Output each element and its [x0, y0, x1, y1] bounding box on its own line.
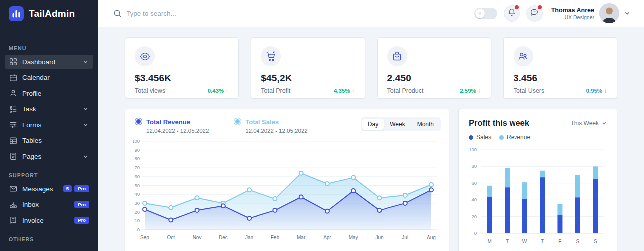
- svg-text:0: 0: [137, 227, 140, 232]
- stat-value: 3.456: [514, 73, 607, 84]
- pro-badge: Pro: [74, 201, 89, 208]
- svg-text:40: 40: [134, 191, 140, 197]
- sidebar: TailAdmin MENU Dashboard Calendar Profil…: [0, 0, 98, 251]
- pro-badge: Pro: [74, 217, 89, 224]
- legend-sales: Sales: [469, 134, 491, 141]
- sidebar-item-pages[interactable]: Pages: [5, 149, 93, 163]
- svg-text:Jun: Jun: [375, 235, 383, 240]
- legend-revenue: Revenue: [499, 134, 530, 141]
- period-value: This Week: [571, 120, 599, 127]
- radio-icon: [234, 118, 241, 125]
- app-title: TailAdmin: [29, 8, 75, 19]
- range-week-button[interactable]: Week: [385, 119, 410, 130]
- pro-badge: Pro: [74, 185, 89, 193]
- svg-text:0: 0: [474, 230, 477, 236]
- dashboard-icon: [9, 58, 17, 66]
- svg-text:Mar: Mar: [297, 235, 306, 240]
- users-icon: [514, 46, 533, 66]
- legend-date-range: 12.04.2022 - 12.05.2022: [146, 128, 209, 134]
- menu-group-label: MENU: [0, 45, 98, 51]
- sidebar-item-task[interactable]: Task: [5, 102, 93, 116]
- svg-text:S: S: [594, 239, 597, 244]
- sidebar-item-label: Invoice: [22, 217, 44, 224]
- sidebar-item-messages[interactable]: Messages 5 Pro: [5, 182, 93, 196]
- search-bar: [113, 9, 286, 18]
- task-icon: [9, 105, 17, 113]
- svg-text:90: 90: [134, 147, 140, 153]
- sidebar-item-profile[interactable]: Profile: [5, 86, 93, 100]
- svg-text:T: T: [541, 239, 544, 244]
- dark-mode-toggle[interactable]: [474, 8, 497, 19]
- legend-total-revenue[interactable]: Total Revenue 12.04.2022 - 12.05.2022: [133, 117, 209, 134]
- chevron-down-icon: [602, 121, 607, 126]
- sidebar-item-calendar[interactable]: Calendar: [5, 71, 93, 85]
- svg-text:50: 50: [134, 183, 140, 188]
- app-logo[interactable]: TailAdmin: [0, 0, 98, 21]
- sidebar-item-label: Calendar: [22, 74, 50, 81]
- sidebar-item-forms[interactable]: Forms: [5, 118, 93, 132]
- legend-date-range: 12.04.2022 - 12.05.2022: [245, 128, 307, 134]
- messages-icon: [9, 185, 17, 193]
- support-nav: Messages 5 Pro Inbox Pro Invoice Pro: [0, 182, 98, 227]
- svg-text:20: 20: [134, 209, 140, 215]
- radio-icon: [135, 118, 142, 125]
- range-month-button[interactable]: Month: [412, 119, 439, 130]
- dashboard-content: $3.456K Total views 0.43% ↑ $45,2K Total…: [125, 37, 617, 251]
- stat-delta: 0.95% ↓: [586, 88, 607, 94]
- sidebar-item-label: Task: [22, 105, 36, 113]
- calendar-icon: [9, 74, 17, 82]
- chevron-down-icon: [83, 59, 88, 65]
- charts-row: Total Revenue 12.04.2022 - 12.05.2022 To…: [125, 109, 617, 251]
- stat-label: Total Profit: [261, 87, 290, 94]
- cart-icon: [261, 46, 281, 66]
- profit-week-chart: 020406080100MTWTFSS: [469, 145, 608, 251]
- stat-card-total-profit: $45,2K Total Profit 4.35% ↑: [251, 37, 365, 99]
- app-logo-icon: [9, 6, 24, 21]
- stat-label: Total Users: [514, 87, 545, 94]
- svg-text:S: S: [576, 239, 580, 244]
- search-input[interactable]: [127, 10, 286, 17]
- stat-value: 2.450: [387, 73, 481, 84]
- profit-week-title: Profit this week: [469, 118, 529, 128]
- range-day-button[interactable]: Day: [362, 119, 384, 130]
- svg-text:T: T: [506, 239, 509, 244]
- sidebar-item-invoice[interactable]: Invoice Pro: [5, 213, 93, 227]
- eye-icon: [135, 46, 155, 66]
- stat-card-total-product: 2.450 Total Product 2.59% ↑: [377, 37, 491, 99]
- messages-button[interactable]: [526, 5, 543, 22]
- search-icon[interactable]: [113, 9, 122, 18]
- user-menu[interactable]: Thomas Anree UX Designer: [551, 3, 630, 23]
- profit-week-card: Profit this week This Week Sales Revenue…: [458, 109, 617, 251]
- sidebar-item-tables[interactable]: Tables: [5, 134, 93, 148]
- notification-dot: [515, 5, 519, 9]
- svg-text:Nov: Nov: [193, 235, 202, 240]
- revenue-sales-card: Total Revenue 12.04.2022 - 12.05.2022 To…: [125, 109, 449, 251]
- legend-total-sales[interactable]: Total Sales 12.04.2022 - 12.05.2022: [232, 117, 307, 134]
- svg-text:F: F: [558, 239, 561, 244]
- svg-text:40: 40: [471, 197, 477, 202]
- svg-text:20: 20: [471, 214, 477, 219]
- profit-week-legend: Sales Revenue: [469, 134, 607, 141]
- stat-delta: 4.35% ↑: [334, 88, 355, 94]
- support-group-label: SUPPORT: [0, 172, 98, 178]
- svg-text:60: 60: [134, 174, 140, 179]
- forms-icon: [9, 121, 17, 129]
- stat-label: Total Product: [387, 87, 424, 94]
- chat-icon: [530, 8, 538, 18]
- pages-icon: [9, 152, 17, 160]
- notifications-button[interactable]: [504, 5, 520, 22]
- svg-text:100: 100: [469, 147, 477, 152]
- stat-delta: 0.43% ↑: [208, 88, 229, 94]
- svg-text:10: 10: [134, 218, 140, 223]
- sidebar-item-inbox[interactable]: Inbox Pro: [5, 198, 93, 212]
- svg-text:60: 60: [471, 180, 477, 186]
- sidebar-item-label: Dashboard: [22, 58, 55, 66]
- period-select[interactable]: This Week: [571, 120, 607, 127]
- stat-label: Total views: [135, 87, 165, 94]
- svg-text:Jul: Jul: [402, 235, 408, 240]
- others-group-label: OTHERS: [0, 236, 98, 242]
- range-segmented-control: Day Week Month: [361, 117, 441, 131]
- svg-text:Sep: Sep: [140, 235, 149, 240]
- legend-dot: [469, 135, 473, 140]
- sidebar-item-dashboard[interactable]: Dashboard: [5, 55, 93, 69]
